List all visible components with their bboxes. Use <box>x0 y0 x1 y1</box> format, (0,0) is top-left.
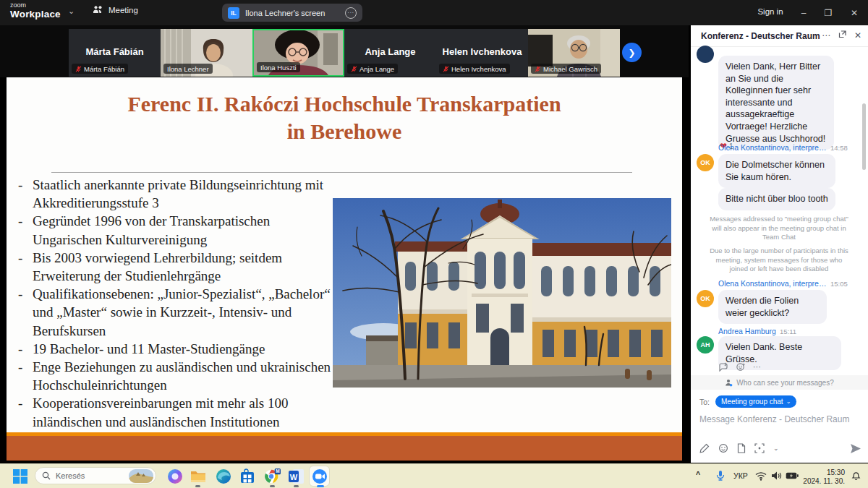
file-icon[interactable] <box>737 443 746 453</box>
slide-bullet: -Bis 2003 vorwiegend Lehrerbildung; seit… <box>18 249 339 285</box>
search-highlight-image[interactable] <box>129 469 153 483</box>
bullet-text: Gegründet 1996 von der Transkarpatischen… <box>33 212 339 248</box>
store-icon[interactable] <box>239 468 256 485</box>
taskbar-clock[interactable]: 15:30 2024. 11. 30. <box>801 468 845 486</box>
university-building-photo <box>333 198 671 388</box>
minimize-icon[interactable]: – <box>794 0 813 25</box>
tray-chevron-icon[interactable]: ^ <box>696 470 700 479</box>
battery-icon[interactable] <box>786 472 799 479</box>
recipient-selector[interactable]: Meeting group chat ⌄ <box>715 395 796 408</box>
zoom-app-icon[interactable] <box>309 466 330 487</box>
screen-share-label: Ilona Lechner's screen <box>245 9 339 17</box>
volume-icon[interactable] <box>771 471 782 481</box>
sender-name[interactable]: Olena Konstantinova, interpreter Ukrai… <box>718 279 827 288</box>
sharer-initials-badge: IL <box>228 7 239 19</box>
message-sender-row: Olena Konstantinova, interpreter Ukrai… … <box>718 279 863 288</box>
avatar[interactable] <box>697 46 714 63</box>
compose-chevron-icon[interactable]: ⌄ <box>773 445 779 452</box>
slide-bullet: -19 Bachelor- und 11 Master-Studiengänge <box>18 340 339 358</box>
chevron-right-icon: ❯ <box>628 48 635 58</box>
participant-label-text: Anja Lange <box>359 65 394 73</box>
participant-tile-michael-gawrisch[interactable]: Michael Gawrisch <box>528 29 620 77</box>
tray-mic-icon[interactable] <box>715 470 726 481</box>
start-button[interactable] <box>12 468 29 485</box>
chat-message[interactable]: Bitte nicht über bloo tooth <box>718 188 835 210</box>
chat-scrollbar[interactable] <box>862 103 866 170</box>
open-app-indicator <box>270 485 275 487</box>
slide-title-line2: in Berehowe <box>7 118 682 145</box>
bullet-text: Qualifikationsebenen: „Junior-Spezialist… <box>33 285 339 340</box>
screenshot-icon[interactable] <box>754 443 765 453</box>
sign-in-button[interactable]: Sign in <box>752 7 788 16</box>
participant-label: Anja Lange <box>347 64 398 74</box>
screen-share-indicator[interactable]: IL Ilona Lechner's screen ··· <box>222 4 362 22</box>
participant-tile-anja-lange[interactable]: Anja Lange Anja Lange <box>344 29 436 77</box>
sender-name[interactable]: Olena Konstantinova, interpreter Ukrai… <box>718 143 827 152</box>
share-options-icon[interactable]: ··· <box>345 7 357 19</box>
format-icon[interactable] <box>699 443 710 453</box>
message-sender-row: Olena Konstantinova, interpreter Ukrai… … <box>718 143 863 152</box>
open-app-indicator <box>294 485 299 487</box>
presentation-slide: Ferenc II. Rakóczi Hochschule Transkarpa… <box>7 77 682 461</box>
system-notice: Messages addressed to "meeting group cha… <box>707 215 851 242</box>
tab-meeting[interactable]: Meeting <box>93 5 138 14</box>
taskbar-search[interactable]: Keresés <box>35 467 156 484</box>
privacy-info-bar[interactable]: Who can see your messages? <box>691 375 868 390</box>
tray-date: 2024. 11. 30. <box>801 477 845 486</box>
chevron-down-icon[interactable]: ⌄ <box>68 7 75 16</box>
slide-title: Ferenc II. Rakóczi Hochschule Transkarpa… <box>7 90 682 145</box>
bullet-marker: - <box>18 340 24 358</box>
maximize-icon[interactable]: ❐ <box>819 0 838 25</box>
sender-name[interactable]: Andrea Hamburg <box>718 327 776 335</box>
avatar[interactable]: AH <box>697 336 714 354</box>
edge-icon[interactable] <box>215 468 232 485</box>
participant-label: Michael Gawrisch <box>531 64 601 74</box>
person-privacy-icon <box>725 379 733 387</box>
chat-popout-icon[interactable] <box>835 30 848 40</box>
mic-muted-icon <box>75 66 82 72</box>
message-input[interactable]: Message Konferenz - Deutscher Raum <box>699 414 859 424</box>
close-icon[interactable]: ✕ <box>845 0 864 25</box>
participant-tile-marta-fabian[interactable]: Márta Fábián Márta Fábián <box>69 29 161 77</box>
bullet-marker: - <box>18 176 24 212</box>
chat-message[interactable]: Werden die Folien weier gecklickt? <box>718 290 827 324</box>
participant-name: Anja Lange <box>344 46 436 57</box>
privacy-label: Who can see your messages? <box>736 379 834 387</box>
chat-message[interactable]: Die Dolmetscher können Sie kaum hören. <box>718 154 835 188</box>
bullet-marker: - <box>18 249 24 285</box>
participant-label-text: Ilona Lechner <box>167 65 209 73</box>
participant-tile-ilona-lechner[interactable]: Ilona Lechner <box>161 29 252 77</box>
language-indicator[interactable]: УКР <box>733 471 748 480</box>
avatar[interactable]: OK <box>697 154 714 171</box>
wifi-icon[interactable] <box>755 471 767 481</box>
chat-panel: Konferenz - Deutscher Raum ⋯ ✕ Vielen Da… <box>691 25 868 463</box>
active-app-indicator <box>317 485 324 487</box>
slide-bullet: -Enge Beziehungen zu ausländischen und u… <box>18 358 339 394</box>
slide-bullet: -Kooperationsvereinbarungen mit mehr als… <box>18 394 339 430</box>
explorer-icon[interactable] <box>190 468 207 485</box>
notification-bell-icon[interactable] <box>851 470 861 481</box>
participant-tile-ilona-huszti[interactable]: Ilona Huszti <box>252 29 344 77</box>
word-icon[interactable]: W <box>288 468 305 485</box>
meeting-people-icon <box>93 5 103 14</box>
svg-text:M: M <box>276 468 279 474</box>
to-label: To: <box>699 398 710 406</box>
chat-message[interactable]: Vielen Dank, Herr Bitter an Sie und die … <box>718 56 834 150</box>
next-participants-button[interactable]: ❯ <box>622 43 642 62</box>
logo-text-workplace: Workplace <box>10 9 61 20</box>
copilot-icon[interactable] <box>166 468 184 485</box>
add-emoji-icon[interactable] <box>736 362 746 372</box>
bullet-text: Kooperationsvereinbarungen mit mehr als … <box>33 394 339 430</box>
slide-bullet: -Staatlich anerkannte private Bildungsei… <box>18 176 339 212</box>
participant-tile-helen-ivchenkova[interactable]: Helen Ivchenkova Helen Ivchenkova <box>436 29 528 77</box>
svg-text:W: W <box>290 473 298 481</box>
chat-more-icon[interactable]: ⋯ <box>820 30 833 40</box>
emoji-icon[interactable] <box>718 443 728 453</box>
chrome-icon[interactable]: M <box>263 468 281 485</box>
participant-name: Márta Fábián <box>69 46 161 57</box>
send-icon[interactable] <box>850 443 861 454</box>
chat-close-icon[interactable]: ✕ <box>851 30 864 40</box>
avatar[interactable]: OK <box>697 290 714 307</box>
message-more-icon[interactable]: ⋯ <box>753 362 761 372</box>
reply-icon[interactable] <box>718 362 728 372</box>
